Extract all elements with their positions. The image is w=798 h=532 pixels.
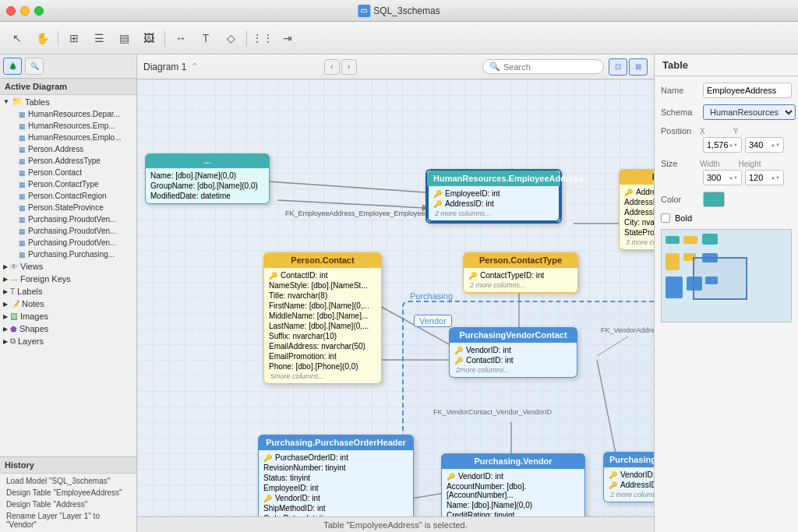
color-swatch[interactable]: [703, 192, 725, 207]
prev-diagram-btn[interactable]: ‹: [324, 59, 340, 75]
sidebar-item-purchasing-1[interactable]: ▦ Purchasing.ProudotVen...: [12, 213, 136, 225]
table-row: 🔑 AddressID: int: [604, 480, 654, 490]
x-spin-arrows[interactable]: ▲▼: [729, 143, 738, 147]
minimap[interactable]: [661, 229, 792, 322]
arrow-tool[interactable]: ↖: [6, 27, 28, 49]
list-view-btn[interactable]: ☰: [88, 27, 110, 49]
labels-label: Labels: [17, 287, 42, 296]
view-actual-btn[interactable]: ⊠: [629, 58, 648, 76]
table-person-address[interactable]: Person.Address 🔑 AddressID: int AddressL…: [619, 169, 654, 250]
sidebar-item-purchasing-4[interactable]: ▦ Purchasing.Purchasing...: [12, 248, 136, 260]
diagram-btn[interactable]: ◇: [220, 27, 242, 49]
sidebar-tab-search[interactable]: 🔍: [25, 58, 44, 75]
height-spinner[interactable]: 120 ▲▼: [745, 170, 784, 185]
table-row: LastName: [dbo].[Name](0,...: [264, 321, 381, 331]
table-partial-left[interactable]: ... Name: [dbo].[Name](0,0) GroupName: […: [145, 153, 270, 204]
labels-group[interactable]: ▶ T Labels: [0, 285, 136, 298]
sidebar-item-humanresources-emp1[interactable]: ▦ HumanResources.Emp...: [12, 120, 136, 132]
images-label: Images: [20, 312, 48, 321]
sidebar-item-person-address[interactable]: ▦ Person.Address: [12, 143, 136, 155]
canvas[interactable]: FK_EmployeeAddress_Employee_EmployeeID F…: [137, 79, 654, 516]
y-spin-arrows[interactable]: ▲▼: [771, 143, 780, 147]
xy-labels: X Y: [700, 127, 738, 136]
next-diagram-btn[interactable]: ›: [341, 59, 357, 75]
table-purchasing-purchaseorderheader[interactable]: Purchasing.PurchaseOrderHeader 🔑 Purchas…: [258, 435, 414, 516]
history-item-3[interactable]: Rename Layer "Layer 1" to "Vendor": [0, 510, 136, 530]
table-purchasing-vendorcontact[interactable]: PurchasingVendorContact 🔑 VendorID: int …: [449, 327, 577, 378]
sidebar-item-humanresources-depar[interactable]: ▦ HumanResources.Depar...: [12, 108, 136, 120]
table-body: 🔑 ContactID: int NameStyle: [dbo].[NameS…: [263, 268, 382, 384]
y-spinner[interactable]: 340 ▲▼: [745, 137, 784, 153]
window-title: 🗃 SQL_3schemas: [358, 5, 440, 17]
sidebar-item-purchasing-3[interactable]: ▦ Purchasing.ProudotVen...: [12, 237, 136, 248]
export-btn[interactable]: ⇥: [277, 27, 298, 49]
grid-btn[interactable]: ⋮⋮: [252, 27, 274, 49]
history-header: History: [0, 457, 136, 474]
hand-tool[interactable]: ✋: [31, 27, 53, 49]
width-spinner[interactable]: 300 ▲▼: [703, 170, 742, 185]
table-row: 🔑 VendorID: int: [604, 470, 654, 480]
history-item-1[interactable]: Design Table "EmployeeAddress": [0, 487, 136, 499]
height-spin-arrows[interactable]: ▲▼: [771, 175, 780, 180]
sidebar-item-person-contact[interactable]: ▦ Person.Contact: [12, 167, 136, 178]
table-row: AddressLine2: nvarchar(...: [620, 207, 654, 217]
shapes-group[interactable]: ▶ ⬟ Shapes: [0, 322, 136, 335]
table-icon: ▦: [19, 111, 26, 118]
notes-group[interactable]: ▶ 📝 Notes: [0, 298, 136, 310]
diagram-dropdown-icon[interactable]: ⌃: [191, 62, 198, 72]
position-labels-row: Position X Y: [661, 126, 792, 136]
sidebar-tab-tree[interactable]: 🌲: [3, 58, 22, 75]
x-spinner[interactable]: 1,576 ▲▼: [703, 137, 742, 153]
name-label: Name: [661, 86, 700, 95]
foreign-keys-group[interactable]: ▶ — Foreign Keys: [0, 273, 136, 285]
bold-row: Bold: [661, 213, 792, 223]
sidebar-item-person-contactregion[interactable]: ▦ Person.ContactRegion: [12, 190, 136, 202]
table-row: 🔑 EmployeeID: int: [429, 188, 559, 199]
schema-select[interactable]: HumanResources Person Purchasing: [703, 104, 796, 120]
size-label: Size: [661, 159, 700, 168]
images-group[interactable]: ▶ 🖼 Images: [0, 310, 136, 322]
table-body: 🔑 VendorID: int AccountNumber: [dbo].[Ac…: [441, 469, 585, 516]
view-fit-btn[interactable]: ⊡: [609, 58, 627, 76]
search-input[interactable]: [503, 62, 597, 72]
table-person-contact[interactable]: Person.Contact 🔑 ContactID: int NameStyl…: [263, 252, 382, 384]
main-layout: 🌲 🔍 Active Diagram ▼ 📁 Tables ▦ HumanRes…: [0, 55, 798, 532]
diagram-content: FK_EmployeeAddress_Employee_EmployeeID F…: [137, 79, 654, 532]
history-item-0[interactable]: Load Model "SQL_3schemas": [0, 475, 136, 487]
main-toolbar: ↖ ✋ ⊞ ☰ ▤ 🖼 ↔ T ◇ ⋮⋮ ⇥: [0, 22, 798, 55]
width-spin-arrows[interactable]: ▲▼: [729, 175, 738, 180]
table-purchasing-vendor[interactable]: Purchasing.Vendor 🔑 VendorID: int Accoun…: [441, 453, 585, 516]
table-view-btn[interactable]: ⊞: [63, 27, 85, 49]
name-input[interactable]: [703, 83, 792, 98]
fk-icon: —: [10, 275, 18, 284]
layers-group[interactable]: ▶ ⧉ Layers: [0, 335, 136, 347]
table-purchasing-vendoraddress[interactable]: Purchasing.VendorAddress 🔑 VendorID: int…: [603, 452, 654, 502]
views-group[interactable]: ▶ 👁 Views: [0, 260, 136, 273]
bold-checkbox[interactable]: [661, 213, 670, 223]
schema-label: Schema: [661, 107, 700, 117]
minimize-button[interactable]: [20, 6, 30, 16]
table-humanresources-employeeaddress[interactable]: HumanResources.EmployeeAddress 🔑 Employe…: [425, 169, 562, 224]
color-label: Color: [661, 195, 700, 204]
size-labels-row: Size Width Height: [661, 159, 792, 168]
detail-view-btn[interactable]: ▤: [113, 27, 135, 49]
text-btn[interactable]: T: [195, 27, 217, 49]
mini-table-1: [666, 236, 680, 244]
tables-icon: 📁: [12, 97, 23, 107]
image-btn[interactable]: 🖼: [138, 27, 160, 49]
sidebar-item-person-contacttype[interactable]: ▦ Person.ContactType: [12, 178, 136, 190]
table-person-contacttype[interactable]: Person.ContactType 🔑 ContactTypeID: int …: [463, 252, 578, 293]
connect-btn[interactable]: ↔: [170, 27, 192, 49]
sidebar-item-person-addresstype[interactable]: ▦ Person.AddressType: [12, 155, 136, 167]
table-body: 🔑 ContactTypeID: int 2 more columns...: [463, 268, 578, 293]
close-button[interactable]: [6, 6, 16, 16]
table-row: 🔑 AddressID: int: [620, 187, 654, 197]
sidebar-item-humanresources-emp2[interactable]: ▦ HumanResources.Emplo...: [12, 132, 136, 143]
sidebar-item-person-stateprovince[interactable]: ▦ Person.StateProvince: [12, 202, 136, 213]
tables-group[interactable]: ▼ 📁 Tables: [0, 95, 136, 108]
history-item-2[interactable]: Design Table "Address": [0, 499, 136, 510]
sidebar-item-purchasing-2[interactable]: ▦ Purchasing.ProudotVen...: [12, 225, 136, 237]
maximize-button[interactable]: [34, 6, 44, 16]
active-diagram-header: Active Diagram: [0, 79, 136, 95]
mini-table-7: [666, 277, 683, 298]
